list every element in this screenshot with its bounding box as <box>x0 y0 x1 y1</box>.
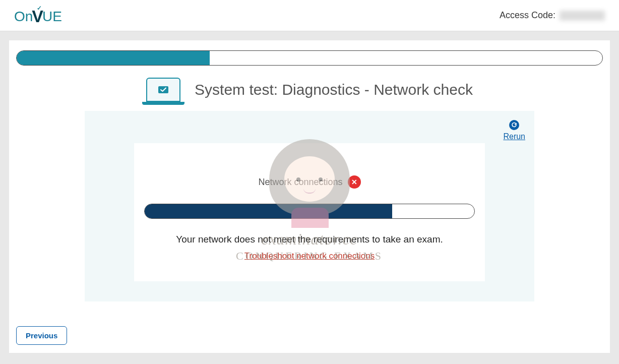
access-code-value <box>560 11 605 21</box>
network-progress-bar <box>144 204 475 219</box>
troubleshoot-link[interactable]: Troubleshoot network connections <box>244 251 375 261</box>
onvue-logo: On V ✓ UE <box>14 6 62 25</box>
logo-text-v: V ✓ <box>32 7 43 26</box>
overall-progress-fill <box>17 51 210 65</box>
rerun-link[interactable]: Rerun <box>503 132 525 141</box>
network-check-card: Network connections ✕ Your network does … <box>134 143 485 281</box>
check-icon: ✓ <box>37 5 42 12</box>
main-panel: System test: Diagnostics - Network check… <box>9 40 610 353</box>
fail-message: Your network does not meet the requireme… <box>144 234 475 245</box>
page-title: System test: Diagnostics - Network check <box>195 81 473 98</box>
network-progress-fill <box>145 204 392 218</box>
diagnostics-panel: Rerun Network connections ✕ Your network… <box>85 111 534 301</box>
network-status-row: Network connections ✕ <box>144 175 475 189</box>
title-row: System test: Diagnostics - Network check <box>9 78 610 102</box>
network-label: Network connections <box>258 177 342 188</box>
laptop-check-icon <box>146 78 180 102</box>
logo-text-on: On <box>14 9 33 25</box>
fail-icon: ✕ <box>348 175 361 189</box>
previous-button[interactable]: Previous <box>16 326 67 345</box>
overall-progress-bar <box>16 50 603 66</box>
top-header: On V ✓ UE Access Code: <box>0 0 619 31</box>
logo-text-ue: UE <box>42 9 62 25</box>
access-code-label: Access Code: <box>500 10 555 21</box>
rerun-icon <box>509 120 519 130</box>
rerun-block[interactable]: Rerun <box>503 120 525 141</box>
access-code: Access Code: <box>500 10 605 21</box>
